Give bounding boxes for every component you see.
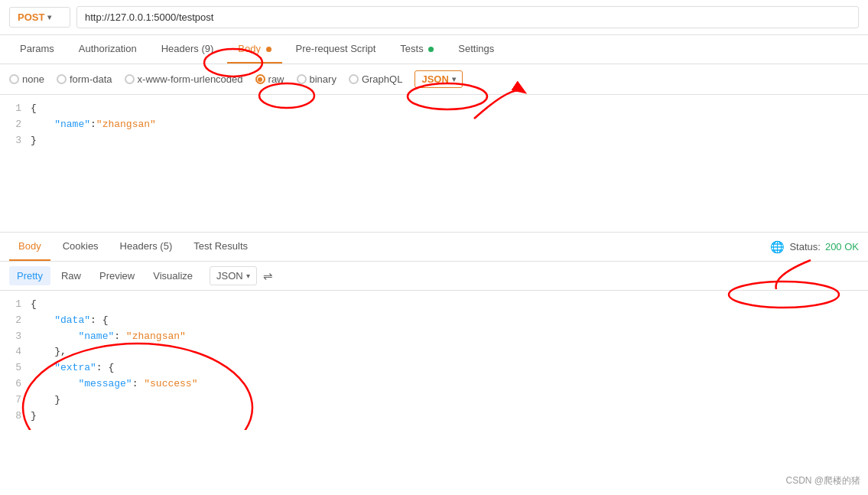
radio-none-dot [9,74,19,84]
response-tab-headers[interactable]: Headers (5) [111,233,182,261]
radio-raw[interactable]: raw [255,73,284,85]
method-chevron-icon: ▾ [47,13,51,21]
response-status-area: 🌐 Status: 200 OK [770,240,859,254]
json-format-selector[interactable]: JSON ▾ [414,70,462,88]
url-input[interactable] [76,6,859,28]
tab-settings[interactable]: Settings [447,35,505,64]
body-type-bar: none form-data x-www-form-urlencoded raw… [0,64,868,95]
response-section: Body Cookies Headers (5) Test Results 🌐 … [0,233,868,430]
code-line-1: 1 { [0,101,868,117]
response-tab-test-results[interactable]: Test Results [184,233,257,261]
response-tab-body[interactable]: Body [9,233,50,261]
response-json-selector[interactable]: JSON ▾ [210,266,257,285]
response-json-label: JSON [216,270,243,282]
response-json-chevron-icon: ▾ [246,272,250,280]
response-tabs: Body Cookies Headers (5) Test Results 🌐 … [0,233,868,262]
resp-line-1: 1 { [0,297,868,313]
tab-headers[interactable]: Headers (9) [151,35,225,64]
method-label: POST [18,11,44,23]
tab-params[interactable]: Params [9,35,65,64]
response-tab-cookies[interactable]: Cookies [54,233,108,261]
tab-authorization[interactable]: Authorization [68,35,148,64]
format-tab-visualize[interactable]: Visualize [145,266,200,285]
response-body: 1 { 2 "data": { 3 "name": "zhangsan" 4 }… [0,291,868,430]
status-value: 200 OK [825,241,859,252]
resp-line-5: 5 "extra": { [0,360,868,376]
radio-binary[interactable]: binary [297,73,336,85]
radio-none[interactable]: none [9,73,44,85]
wrap-icon[interactable]: ⇌ [263,269,273,283]
format-tab-raw[interactable]: Raw [54,266,89,285]
resp-line-7: 7 } [0,392,868,409]
method-select[interactable]: POST ▾ [9,7,70,28]
tab-tests[interactable]: Tests [389,35,444,64]
radio-form-data-dot [57,74,67,84]
radio-binary-dot [297,74,307,84]
code-line-3: 3 } [0,133,868,149]
url-bar: POST ▾ [0,0,868,35]
radio-urlencoded-dot [125,74,135,84]
tests-dot [428,47,434,52]
resp-line-8: 8 } [0,409,868,425]
radio-urlencoded[interactable]: x-www-form-urlencoded [125,73,243,85]
resp-line-6: 6 "message": "success" [0,376,868,392]
json-format-chevron-icon: ▾ [452,75,456,83]
radio-form-data[interactable]: form-data [57,73,112,85]
resp-line-4: 4 }, [0,344,868,360]
response-format-bar: Pretty Raw Preview Visualize JSON ▾ ⇌ [0,262,868,291]
json-format-label: JSON [421,73,448,85]
radio-graphql[interactable]: GraphQL [349,73,402,85]
body-dot [266,47,271,52]
code-line-2: 2 "name":"zhangsan" [0,117,868,133]
globe-icon: 🌐 [770,240,785,254]
status-label: Status: [789,241,820,252]
format-tab-pretty[interactable]: Pretty [9,266,50,285]
request-body-editor[interactable]: 1 { 2 "name":"zhangsan" 3 } [0,95,868,233]
resp-line-2: 2 "data": { [0,313,868,329]
tab-body[interactable]: Body [227,35,281,64]
request-tabs: Params Authorization Headers (9) Body Pr… [0,35,868,64]
radio-graphql-dot [349,74,359,84]
resp-line-3: 3 "name": "zhangsan" [0,329,868,345]
radio-raw-dot [255,74,265,84]
tab-pre-request[interactable]: Pre-request Script [285,35,387,64]
format-tab-preview[interactable]: Preview [92,266,142,285]
